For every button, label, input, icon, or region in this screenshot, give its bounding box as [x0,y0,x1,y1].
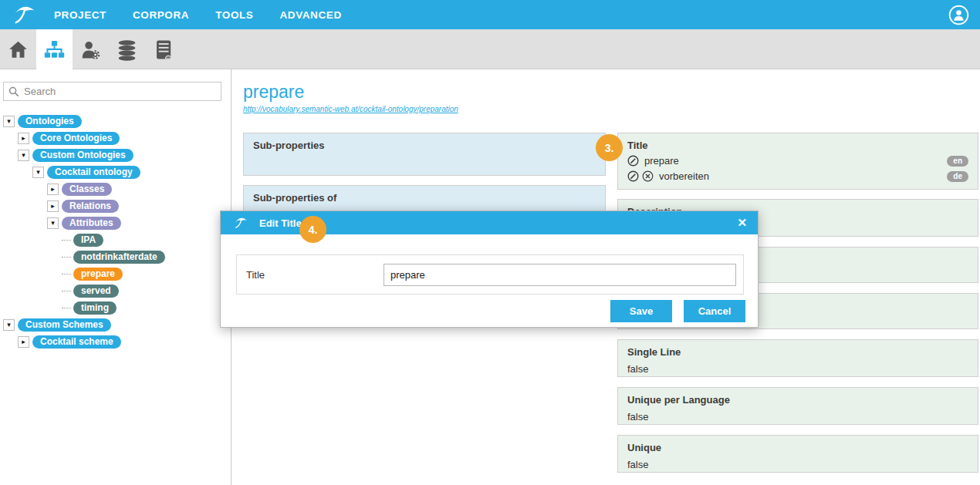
title-value-text: prepare [644,155,679,167]
user-account-icon[interactable] [948,5,969,25]
tree-pill[interactable]: Custom Ontologies [32,149,133,162]
resource-uri-link[interactable]: http://vocabulary.semantic-web.at/cockta… [243,105,458,113]
panel-title: Sub-properties of [253,192,596,204]
tree-connector [62,257,71,258]
property-panel: Title prepareenvorbereitende [617,133,978,190]
property-panel: Unique false [617,435,978,473]
language-badge: en [947,156,968,167]
title-value-row: prepareen [627,155,968,167]
tree-row: ▸ Relations [0,197,230,214]
tree-row: served [0,282,230,299]
close-icon[interactable]: ✕ [737,216,747,230]
tree-row: ▸ Classes [0,180,230,197]
title-value-row: vorbereitende [627,170,968,182]
title-value-text: vorbereiten [659,170,709,182]
tree-pill[interactable]: Cocktail ontology [47,166,140,179]
language-badge: de [947,171,968,182]
tree-expander-icon[interactable]: ▾ [32,167,44,178]
search-input[interactable] [24,86,216,97]
search-box [3,82,221,101]
tree-row: ▾ Custom Schemes [0,316,230,333]
nav-menu-item[interactable]: ADVANCED [279,9,341,21]
tree-pill[interactable]: Ontologies [18,115,82,128]
tree-connector [62,274,71,274]
tree-row: notdrinkafterdate [0,248,230,265]
tab-database[interactable] [109,29,145,69]
annotation-step-3: 3. [596,134,623,161]
tree-expander-icon[interactable]: ▸ [47,184,59,195]
tab-repository[interactable] [145,29,181,69]
tree-expander-icon[interactable]: ▾ [3,116,15,127]
nav-menu-item[interactable]: TOOLS [215,9,253,21]
tree-pill[interactable]: Custom Schemes [18,318,111,332]
edit-icon[interactable] [627,155,639,167]
panel-title: Unique per Language [627,394,968,406]
user-admin-icon [79,39,102,61]
title-field-group: Title [236,254,744,295]
tab-home[interactable] [0,29,36,69]
tree-row: ▾ Custom Ontologies [0,147,230,163]
tree-pill[interactable]: Classes [62,183,112,196]
tree-pill[interactable]: Cocktail scheme [32,335,121,349]
tree-row: ▸ Core Ontologies [0,130,230,147]
icon-toolbar [0,29,980,69]
tree-row: ▾ Cocktail ontology [0,163,230,180]
tree-pill[interactable]: timing [73,301,117,315]
tree-expander-icon[interactable]: ▾ [18,150,29,161]
repository-icon [152,39,174,61]
nav-menu-item[interactable]: CORPORA [133,9,189,21]
poolparty-umbrella-logo [233,216,248,230]
remove-icon[interactable] [642,170,654,182]
tree-connector [62,240,71,241]
property-panel: Sub-properties [243,133,606,176]
title-input[interactable] [384,264,736,286]
nav-menu: PROJECTCORPORATOOLSADVANCED [54,9,342,21]
panel-value: false [627,411,968,423]
save-button[interactable]: Save [610,300,672,322]
search-icon [8,86,19,97]
tree-row: ▾ Attributes [0,214,230,231]
tree-expander-icon[interactable]: ▾ [47,217,59,229]
tree-pill[interactable]: notdrinkafterdate [73,251,165,264]
dialog-title: Edit Title [259,217,302,229]
tree-expander-icon[interactable]: ▸ [18,336,29,348]
tab-user-administration[interactable] [73,29,109,69]
page-title: prepare [243,82,304,103]
panel-title: Title [627,140,968,151]
hierarchy-icon [43,39,66,61]
nav-menu-item[interactable]: PROJECT [54,9,106,21]
top-navigation-bar: PROJECTCORPORATOOLSADVANCED [0,0,980,29]
database-icon [116,39,138,61]
panel-title: Unique [627,442,968,453]
tree-connector [62,308,71,308]
panel-value: false [627,363,968,375]
tree-expander-icon[interactable]: ▾ [3,319,15,331]
panel-value: false [627,459,968,470]
tree-expander-icon[interactable]: ▸ [18,133,29,144]
tree-connector [62,291,71,291]
title-field-label: Title [246,269,265,281]
tree-pill[interactable]: prepare [73,268,123,281]
tree-row: IPA [0,231,230,248]
home-icon [7,39,29,61]
cancel-button[interactable]: Cancel [684,300,745,322]
poolparty-umbrella-logo [11,3,37,26]
tab-hierarchy[interactable] [36,29,73,69]
tree-pill[interactable]: Core Ontologies [32,132,120,145]
ontology-tree: ▾ Ontologies ▸ Core Ontologies ▾ Custom … [0,113,230,350]
tree-pill[interactable]: Relations [62,200,119,213]
panel-title: Single Line [627,346,968,358]
edit-icon[interactable] [627,170,639,182]
tree-pill[interactable]: Attributes [62,217,121,230]
tree-row: ▸ Cocktail scheme [0,333,230,350]
annotation-step-4: 4. [299,216,326,243]
tree-row: prepare [0,265,230,282]
tree-pill[interactable]: IPA [73,234,103,247]
property-panel: Unique per Language false [617,387,978,425]
tree-pill[interactable]: served [73,285,119,298]
property-panel: Single Line false [617,339,978,377]
tree-expander-icon[interactable]: ▸ [47,200,59,212]
sidebar: ▾ Ontologies ▸ Core Ontologies ▾ Custom … [0,69,231,485]
tree-row: ▾ Ontologies [0,113,230,130]
panel-title: Sub-properties [253,140,596,151]
